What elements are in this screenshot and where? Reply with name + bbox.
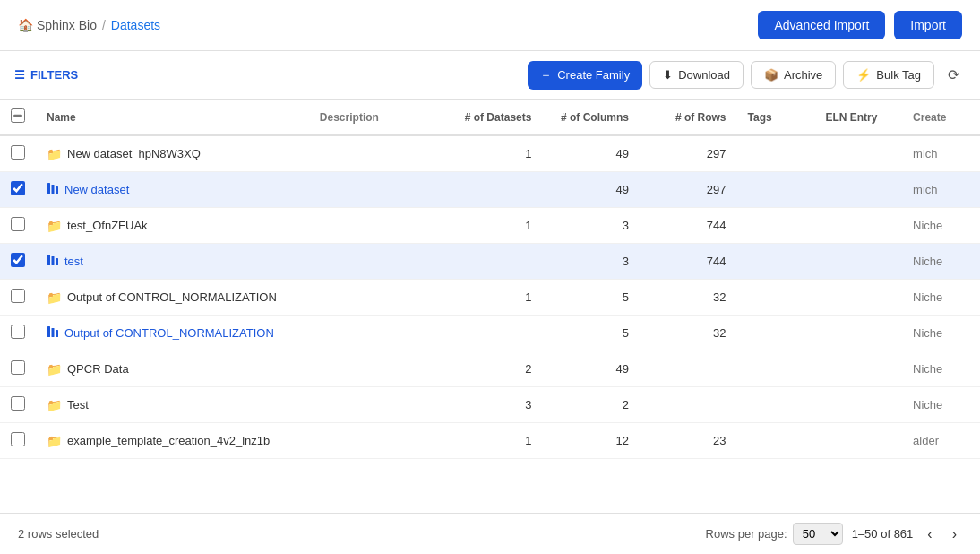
row-num-datasets-cell: 1 (445, 135, 543, 172)
per-page-select[interactable]: 50 10 25 100 (793, 523, 843, 545)
row-num-columns-cell: 49 (542, 135, 640, 172)
svg-rect-8 (56, 330, 58, 337)
advanced-import-button[interactable]: Advanced Import (758, 11, 885, 39)
filters-label: FILTERS (30, 68, 78, 82)
row-num-datasets-cell (445, 316, 543, 351)
breadcrumb-home: 🏠 Sphinx Bio (18, 18, 97, 32)
table-row: 📁New dataset_hpN8W3XQ149297mich (0, 135, 980, 172)
row-created-cell: alder (902, 423, 980, 459)
row-tags-cell (737, 351, 815, 387)
row-name-label[interactable]: test (64, 255, 83, 268)
per-page-label: Rows per page: (706, 527, 787, 541)
row-created-cell: Niche (902, 316, 980, 351)
row-num-datasets-cell: 1 (445, 208, 543, 244)
row-num-rows-cell: 744 (640, 244, 737, 280)
name-cell-content: 📁example_template_creation_4v2_lnz1b (47, 434, 298, 448)
row-checkbox[interactable] (11, 253, 25, 267)
download-button[interactable]: ⬇ Download (649, 61, 744, 89)
row-description-cell (309, 280, 445, 316)
svg-rect-1 (52, 185, 55, 194)
name-cell-content: 📁Output of CONTROL_NORMALIZATION (47, 290, 298, 305)
row-checkbox[interactable] (11, 181, 25, 195)
row-checkbox-cell (0, 244, 36, 280)
bulk-tag-button[interactable]: ⚡ Bulk Tag (843, 61, 934, 89)
row-checkbox[interactable] (11, 396, 25, 411)
row-checkbox[interactable] (11, 289, 25, 303)
dataset-icon (47, 254, 59, 269)
row-num-rows-cell (640, 387, 737, 423)
row-name-label[interactable]: Output of CONTROL_NORMALIZATION (64, 326, 274, 340)
row-checkbox[interactable] (11, 217, 25, 231)
filters-button[interactable]: ☰ FILTERS (14, 68, 78, 82)
archive-icon: 📦 (764, 68, 778, 82)
row-name-cell: 📁QPCR Data (36, 351, 309, 387)
col-header-eln: ELN Entry (814, 100, 902, 135)
row-description-cell (309, 423, 445, 459)
row-tags-cell (737, 208, 815, 244)
row-name-label[interactable]: Output of CONTROL_NORMALIZATION (67, 290, 277, 304)
col-header-num-datasets: # of Datasets (445, 100, 543, 135)
row-description-cell (309, 172, 445, 208)
folder-icon: 📁 (47, 290, 62, 305)
row-num-rows-cell: 32 (640, 280, 737, 316)
create-family-icon: ＋ (540, 67, 552, 83)
refresh-button[interactable]: ⟳ (941, 60, 966, 90)
table-row: New dataset49297mich (0, 172, 980, 208)
name-cell-content: 📁test_OfnZFUAk (47, 219, 298, 233)
row-description-cell (309, 387, 445, 423)
row-tags-cell (737, 280, 815, 316)
name-cell-content: 📁Test (47, 398, 298, 412)
table-row: 📁test_OfnZFUAk13744Niche (0, 208, 980, 244)
row-checkbox[interactable] (11, 432, 25, 446)
row-num-rows-cell: 297 (640, 135, 737, 172)
row-description-cell (309, 244, 445, 280)
page-range: 1–50 of 861 (852, 527, 914, 541)
breadcrumb-datasets[interactable]: Datasets (111, 18, 160, 32)
row-checkbox-cell (0, 172, 36, 208)
row-name-label[interactable]: QPCR Data (67, 362, 129, 376)
breadcrumb: 🏠 Sphinx Bio / Datasets (18, 18, 160, 32)
row-checkbox-cell (0, 135, 36, 172)
create-family-button[interactable]: ＋ Create Family (528, 61, 642, 90)
row-num-datasets-cell: 3 (445, 387, 543, 423)
row-description-cell (309, 135, 445, 172)
prev-page-button[interactable]: ‹ (922, 524, 937, 544)
row-created-cell: mich (902, 172, 980, 208)
row-eln-cell (814, 316, 902, 351)
row-num-rows-cell: 23 (640, 423, 737, 459)
folder-icon: 📁 (47, 219, 62, 233)
pagination: Rows per page: 50 10 25 100 1–50 of 861 … (706, 523, 962, 545)
archive-button[interactable]: 📦 Archive (751, 61, 836, 89)
table-header-row: Name Description # of Datasets # of Colu… (0, 100, 980, 135)
table-body: 📁New dataset_hpN8W3XQ149297michNew datas… (0, 135, 980, 459)
col-header-tags: Tags (737, 100, 815, 135)
row-eln-cell (814, 244, 902, 280)
row-num-rows-cell: 744 (640, 208, 737, 244)
import-button[interactable]: Import (894, 11, 962, 39)
create-family-label: Create Family (557, 68, 630, 82)
row-eln-cell (814, 351, 902, 387)
row-name-label[interactable]: test_OfnZFUAk (67, 219, 148, 232)
row-name-cell: 📁example_template_creation_4v2_lnz1b (36, 423, 309, 459)
next-page-button[interactable]: › (947, 524, 962, 544)
row-name-cell: 📁test_OfnZFUAk (36, 208, 309, 244)
row-name-label[interactable]: New dataset_hpN8W3XQ (67, 147, 201, 160)
row-checkbox[interactable] (11, 360, 25, 375)
row-checkbox[interactable] (11, 325, 25, 339)
header: 🏠 Sphinx Bio / Datasets Advanced Import … (0, 0, 980, 51)
svg-rect-7 (52, 328, 55, 337)
row-checkbox-cell (0, 316, 36, 351)
footer: 2 rows selected Rows per page: 50 10 25 … (0, 513, 980, 554)
row-num-columns-cell: 12 (542, 423, 640, 459)
row-checkbox[interactable] (11, 145, 25, 160)
select-all-checkbox[interactable] (11, 108, 25, 123)
table-container: Name Description # of Datasets # of Colu… (0, 100, 980, 513)
row-created-cell: Niche (902, 280, 980, 316)
svg-rect-6 (47, 326, 50, 337)
row-tags-cell (737, 135, 815, 172)
app-container: 🏠 Sphinx Bio / Datasets Advanced Import … (0, 0, 980, 554)
row-name-label[interactable]: example_template_creation_4v2_lnz1b (67, 434, 270, 447)
row-name-label[interactable]: New dataset (64, 183, 129, 196)
row-name-label[interactable]: Test (67, 398, 89, 411)
row-created-cell: Niche (902, 208, 980, 244)
